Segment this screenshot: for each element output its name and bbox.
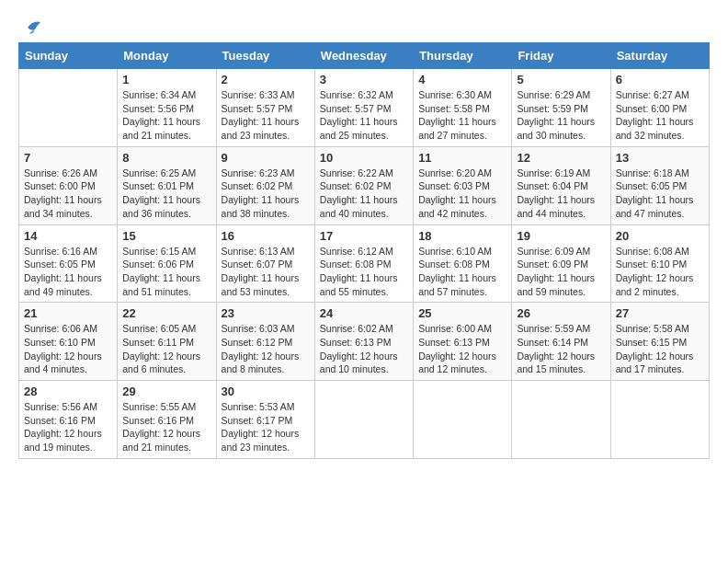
day-number: 2 xyxy=(222,73,310,86)
day-number: 17 xyxy=(320,229,408,243)
day-number: 20 xyxy=(616,229,704,243)
day-info: Sunrise: 6:34 AM Sunset: 5:56 PM Dayligh… xyxy=(122,88,210,143)
calendar-week-row: 21Sunrise: 6:06 AM Sunset: 6:10 PM Dayli… xyxy=(19,303,710,381)
calendar-cell: 23Sunrise: 6:03 AM Sunset: 6:12 PM Dayli… xyxy=(216,303,314,381)
calendar-header-saturday: Saturday xyxy=(610,43,709,69)
day-info: Sunrise: 6:03 AM Sunset: 6:12 PM Dayligh… xyxy=(222,322,310,376)
calendar-cell xyxy=(610,381,709,459)
day-number: 27 xyxy=(616,306,704,320)
day-info: Sunrise: 6:02 AM Sunset: 6:13 PM Dayligh… xyxy=(320,322,408,376)
calendar-cell: 13Sunrise: 6:18 AM Sunset: 6:05 PM Dayli… xyxy=(610,146,709,224)
day-info: Sunrise: 6:18 AM Sunset: 6:05 PM Dayligh… xyxy=(616,167,704,221)
calendar-cell xyxy=(414,381,512,459)
calendar-table: SundayMondayTuesdayWednesdayThursdayFrid… xyxy=(18,42,710,459)
day-number: 9 xyxy=(222,151,310,165)
day-info: Sunrise: 6:19 AM Sunset: 6:04 PM Dayligh… xyxy=(517,167,605,221)
day-number: 28 xyxy=(24,385,112,398)
logo xyxy=(18,18,40,33)
calendar-cell: 27Sunrise: 5:58 AM Sunset: 6:15 PM Dayli… xyxy=(610,303,709,381)
day-info: Sunrise: 6:00 AM Sunset: 6:13 PM Dayligh… xyxy=(418,322,506,376)
day-info: Sunrise: 6:06 AM Sunset: 6:10 PM Dayligh… xyxy=(24,322,112,376)
day-number: 6 xyxy=(616,73,704,86)
calendar-header-row: SundayMondayTuesdayWednesdayThursdayFrid… xyxy=(19,43,710,69)
day-number: 15 xyxy=(122,229,210,243)
day-info: Sunrise: 6:08 AM Sunset: 6:10 PM Dayligh… xyxy=(616,245,704,299)
calendar-header-monday: Monday xyxy=(118,43,216,69)
calendar-cell: 10Sunrise: 6:22 AM Sunset: 6:02 PM Dayli… xyxy=(314,146,413,224)
day-number: 23 xyxy=(222,306,310,320)
calendar-cell xyxy=(512,381,610,459)
calendar-cell: 2Sunrise: 6:33 AM Sunset: 5:57 PM Daylig… xyxy=(216,69,314,147)
calendar-cell: 22Sunrise: 6:05 AM Sunset: 6:11 PM Dayli… xyxy=(118,303,216,381)
day-info: Sunrise: 6:26 AM Sunset: 6:00 PM Dayligh… xyxy=(24,167,112,221)
day-info: Sunrise: 6:16 AM Sunset: 6:05 PM Dayligh… xyxy=(24,245,112,299)
day-number: 3 xyxy=(320,73,408,86)
calendar-cell: 5Sunrise: 6:29 AM Sunset: 5:59 PM Daylig… xyxy=(512,69,610,147)
day-info: Sunrise: 5:55 AM Sunset: 6:16 PM Dayligh… xyxy=(122,400,210,454)
day-info: Sunrise: 6:29 AM Sunset: 5:59 PM Dayligh… xyxy=(517,88,605,143)
calendar-cell: 14Sunrise: 6:16 AM Sunset: 6:05 PM Dayli… xyxy=(19,224,118,303)
calendar-cell: 25Sunrise: 6:00 AM Sunset: 6:13 PM Dayli… xyxy=(414,303,512,381)
day-info: Sunrise: 6:13 AM Sunset: 6:07 PM Dayligh… xyxy=(222,245,310,299)
day-info: Sunrise: 6:32 AM Sunset: 5:57 PM Dayligh… xyxy=(320,88,408,143)
day-info: Sunrise: 6:12 AM Sunset: 6:08 PM Dayligh… xyxy=(320,245,408,299)
calendar-cell: 17Sunrise: 6:12 AM Sunset: 6:08 PM Dayli… xyxy=(314,224,413,303)
calendar-week-row: 28Sunrise: 5:56 AM Sunset: 6:16 PM Dayli… xyxy=(19,381,710,459)
calendar-cell: 21Sunrise: 6:06 AM Sunset: 6:10 PM Dayli… xyxy=(19,303,118,381)
day-info: Sunrise: 6:10 AM Sunset: 6:08 PM Dayligh… xyxy=(418,245,506,299)
calendar-cell: 1Sunrise: 6:34 AM Sunset: 5:56 PM Daylig… xyxy=(118,69,216,147)
calendar-cell: 26Sunrise: 5:59 AM Sunset: 6:14 PM Dayli… xyxy=(512,303,610,381)
calendar-cell: 9Sunrise: 6:23 AM Sunset: 6:02 PM Daylig… xyxy=(216,146,314,224)
day-number: 29 xyxy=(122,385,210,398)
day-number: 18 xyxy=(418,229,506,243)
day-info: Sunrise: 6:27 AM Sunset: 6:00 PM Dayligh… xyxy=(616,88,704,143)
day-number: 24 xyxy=(320,306,408,320)
page-header xyxy=(18,18,710,33)
day-number: 13 xyxy=(616,151,704,165)
calendar-cell: 11Sunrise: 6:20 AM Sunset: 6:03 PM Dayli… xyxy=(414,146,512,224)
calendar-cell: 20Sunrise: 6:08 AM Sunset: 6:10 PM Dayli… xyxy=(610,224,709,303)
day-number: 8 xyxy=(122,151,210,165)
day-info: Sunrise: 5:58 AM Sunset: 6:15 PM Dayligh… xyxy=(616,322,704,376)
day-number: 30 xyxy=(222,385,310,398)
calendar-cell: 8Sunrise: 6:25 AM Sunset: 6:01 PM Daylig… xyxy=(118,146,216,224)
calendar-cell: 19Sunrise: 6:09 AM Sunset: 6:09 PM Dayli… xyxy=(512,224,610,303)
calendar-cell: 7Sunrise: 6:26 AM Sunset: 6:00 PM Daylig… xyxy=(19,146,118,224)
calendar-cell: 16Sunrise: 6:13 AM Sunset: 6:07 PM Dayli… xyxy=(216,224,314,303)
calendar-cell: 24Sunrise: 6:02 AM Sunset: 6:13 PM Dayli… xyxy=(314,303,413,381)
calendar-cell: 6Sunrise: 6:27 AM Sunset: 6:00 PM Daylig… xyxy=(610,69,709,147)
calendar-cell xyxy=(19,69,118,147)
day-number: 5 xyxy=(517,73,605,86)
calendar-header-wednesday: Wednesday xyxy=(314,43,413,69)
day-info: Sunrise: 6:15 AM Sunset: 6:06 PM Dayligh… xyxy=(122,245,210,299)
day-info: Sunrise: 6:09 AM Sunset: 6:09 PM Dayligh… xyxy=(517,245,605,299)
logo-bird-icon xyxy=(20,18,40,37)
calendar-header-sunday: Sunday xyxy=(19,43,118,69)
day-info: Sunrise: 6:05 AM Sunset: 6:11 PM Dayligh… xyxy=(122,322,210,376)
day-number: 1 xyxy=(122,73,210,86)
day-number: 16 xyxy=(222,229,310,243)
calendar-header-tuesday: Tuesday xyxy=(216,43,314,69)
calendar-cell: 29Sunrise: 5:55 AM Sunset: 6:16 PM Dayli… xyxy=(118,381,216,459)
day-number: 14 xyxy=(24,229,112,243)
calendar-header-friday: Friday xyxy=(512,43,610,69)
calendar-cell: 4Sunrise: 6:30 AM Sunset: 5:58 PM Daylig… xyxy=(414,69,512,147)
day-info: Sunrise: 6:22 AM Sunset: 6:02 PM Dayligh… xyxy=(320,167,408,221)
day-info: Sunrise: 5:59 AM Sunset: 6:14 PM Dayligh… xyxy=(517,322,605,376)
calendar-week-row: 14Sunrise: 6:16 AM Sunset: 6:05 PM Dayli… xyxy=(19,224,710,303)
calendar-cell: 30Sunrise: 5:53 AM Sunset: 6:17 PM Dayli… xyxy=(216,381,314,459)
day-number: 10 xyxy=(320,151,408,165)
day-number: 11 xyxy=(418,151,506,165)
day-number: 19 xyxy=(517,229,605,243)
day-info: Sunrise: 6:20 AM Sunset: 6:03 PM Dayligh… xyxy=(418,167,506,221)
calendar-cell: 12Sunrise: 6:19 AM Sunset: 6:04 PM Dayli… xyxy=(512,146,610,224)
day-number: 22 xyxy=(122,306,210,320)
day-number: 21 xyxy=(24,306,112,320)
day-number: 12 xyxy=(517,151,605,165)
day-info: Sunrise: 6:23 AM Sunset: 6:02 PM Dayligh… xyxy=(222,167,310,221)
day-number: 26 xyxy=(517,306,605,320)
day-number: 25 xyxy=(418,306,506,320)
calendar-cell: 18Sunrise: 6:10 AM Sunset: 6:08 PM Dayli… xyxy=(414,224,512,303)
day-number: 4 xyxy=(418,73,506,86)
calendar-week-row: 7Sunrise: 6:26 AM Sunset: 6:00 PM Daylig… xyxy=(19,146,710,224)
